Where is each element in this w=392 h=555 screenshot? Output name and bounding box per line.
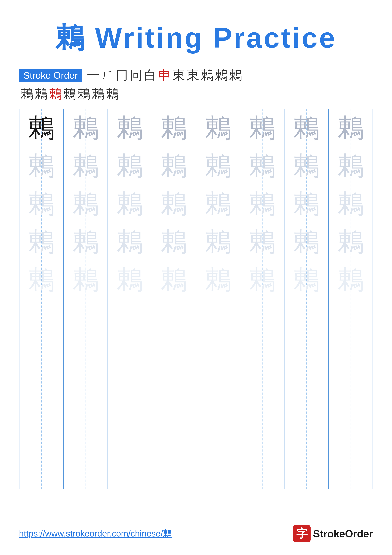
grid-cell-r8c7[interactable] — [284, 375, 328, 413]
grid-cell-r4c6: 鶇 — [240, 223, 284, 261]
grid-cell-r9c8[interactable] — [328, 413, 373, 451]
char-r3c1: 鶇 — [28, 187, 54, 222]
grid-cell-r5c8: 鶇 — [328, 261, 373, 299]
grid-cell-r2c4: 鶇 — [152, 147, 196, 185]
grid-cell-r10c2[interactable] — [64, 451, 107, 489]
strokeorder-logo-icon: 字 — [293, 525, 311, 542]
char-r5c5: 鶇 — [205, 263, 231, 298]
grid-cell-r7c1[interactable] — [19, 337, 64, 375]
char-r2c5: 鶇 — [205, 149, 231, 184]
grid-cell-r1c1: 鶇 — [19, 109, 64, 147]
grid-cell-r10c6[interactable] — [240, 451, 284, 489]
char-r4c8: 鶇 — [338, 225, 364, 260]
grid-cell-r8c2[interactable] — [64, 375, 107, 413]
grid-cell-r8c5[interactable] — [196, 375, 240, 413]
char-r5c7: 鶇 — [293, 263, 319, 298]
grid-cell-r10c5[interactable] — [196, 451, 240, 489]
grid-cell-r10c7[interactable] — [284, 451, 328, 489]
char-r2c7: 鶇 — [293, 149, 319, 184]
stroke-char2-6: 鶇 — [92, 85, 104, 102]
char-r2c8: 鶇 — [338, 149, 364, 184]
stroke-order-row1: Stroke Order 一 ㄏ 冂 冋 白 申 東 東 鶇 鶇 鶇 — [19, 67, 373, 84]
grid-cell-r9c6[interactable] — [240, 413, 284, 451]
grid-cell-r7c2[interactable] — [64, 337, 107, 375]
char-r5c3: 鶇 — [117, 263, 143, 298]
grid-cell-r5c5: 鶇 — [196, 261, 240, 299]
grid-cell-r4c2: 鶇 — [64, 223, 107, 261]
grid-cell-r6c1[interactable] — [19, 299, 64, 337]
grid-cell-r9c2[interactable] — [64, 413, 107, 451]
grid-cell-r6c2[interactable] — [64, 299, 107, 337]
stroke-char-11: 鶇 — [229, 67, 242, 84]
grid-cell-r8c3[interactable] — [108, 375, 152, 413]
grid-cell-r5c1: 鶇 — [19, 261, 64, 299]
stroke-char-1: 一 — [87, 67, 100, 84]
grid-cell-r6c5[interactable] — [196, 299, 240, 337]
grid-cell-r10c3[interactable] — [108, 451, 152, 489]
char-r2c4: 鶇 — [161, 149, 187, 184]
stroke-char-3: 冂 — [115, 67, 128, 84]
grid-cell-r7c7[interactable] — [284, 337, 328, 375]
stroke-char2-1: 鶇 — [21, 85, 33, 102]
grid-cell-r9c3[interactable] — [108, 413, 152, 451]
grid-cell-r2c6: 鶇 — [240, 147, 284, 185]
grid-cell-r10c1[interactable] — [19, 451, 64, 489]
stroke-char2-7: 鶇 — [106, 85, 119, 102]
stroke-char-8: 東 — [187, 67, 199, 84]
grid-cell-r2c8: 鶇 — [328, 147, 373, 185]
grid-cell-r7c6[interactable] — [240, 337, 284, 375]
footer: https://www.strokeorder.com/chinese/鶇 字 … — [19, 525, 373, 542]
grid-cell-r2c1: 鶇 — [19, 147, 64, 185]
stroke-char-7: 東 — [172, 67, 185, 84]
grid-cell-r10c4[interactable] — [152, 451, 196, 489]
grid-cell-r7c5[interactable] — [196, 337, 240, 375]
stroke-char-6: 申 — [158, 67, 171, 84]
grid-cell-r1c4: 鶇 — [152, 109, 196, 147]
grid-cell-r6c3[interactable] — [108, 299, 152, 337]
grid-cell-r9c4[interactable] — [152, 413, 196, 451]
grid-cell-r8c1[interactable] — [19, 375, 64, 413]
char-r2c3: 鶇 — [117, 149, 143, 184]
grid-cell-r7c8[interactable] — [328, 337, 373, 375]
char-r5c4: 鶇 — [161, 263, 187, 298]
grid-cell-r4c5: 鶇 — [196, 223, 240, 261]
grid-cell-r6c7[interactable] — [284, 299, 328, 337]
grid-cell-r5c2: 鶇 — [64, 261, 107, 299]
grid-cell-r10c8[interactable] — [328, 451, 373, 489]
grid-cell-r9c7[interactable] — [284, 413, 328, 451]
grid-cell-r5c4: 鶇 — [152, 261, 196, 299]
grid-cell-r4c8: 鶇 — [328, 223, 373, 261]
stroke-char-5: 白 — [144, 67, 157, 84]
grid-cell-r8c8[interactable] — [328, 375, 373, 413]
grid-cell-r4c7: 鶇 — [284, 223, 328, 261]
char-r3c2: 鶇 — [73, 187, 99, 222]
grid-cell-r1c7: 鶇 — [284, 109, 328, 147]
strokeorder-logo-text: StrokeOrder — [313, 528, 373, 540]
grid-cell-r6c8[interactable] — [328, 299, 373, 337]
char-r4c1: 鶇 — [28, 225, 54, 260]
grid-cell-r7c4[interactable] — [152, 337, 196, 375]
char-r1c8: 鶇 — [338, 110, 364, 146]
char-r1c5: 鶇 — [205, 110, 231, 146]
grid-cell-r6c6[interactable] — [240, 299, 284, 337]
grid-cell-r8c4[interactable] — [152, 375, 196, 413]
footer-url: https://www.strokeorder.com/chinese/鶇 — [19, 528, 172, 540]
stroke-char-2: ㄏ — [101, 67, 114, 84]
grid-cell-r7c3[interactable] — [108, 337, 152, 375]
char-r5c8: 鶇 — [338, 263, 364, 298]
grid-cell-r2c5: 鶇 — [196, 147, 240, 185]
char-r4c7: 鶇 — [293, 225, 319, 260]
char-r3c8: 鶇 — [338, 187, 364, 222]
char-r4c4: 鶇 — [161, 225, 187, 260]
char-r4c2: 鶇 — [73, 225, 99, 260]
grid-cell-r6c4[interactable] — [152, 299, 196, 337]
grid-cell-r9c1[interactable] — [19, 413, 64, 451]
stroke-char2-2: 鶇 — [35, 85, 47, 102]
grid-cell-r3c8: 鶇 — [328, 185, 373, 223]
stroke-order-row2: 鶇 鶇 鶇 鶇 鶇 鶇 鶇 — [19, 85, 373, 102]
stroke-order-badge: Stroke Order — [19, 69, 82, 82]
stroke-char-9: 鶇 — [201, 67, 214, 84]
grid-cell-r9c5[interactable] — [196, 413, 240, 451]
grid-cell-r8c6[interactable] — [240, 375, 284, 413]
page-title: 鶇 Writing Practice — [56, 19, 336, 57]
